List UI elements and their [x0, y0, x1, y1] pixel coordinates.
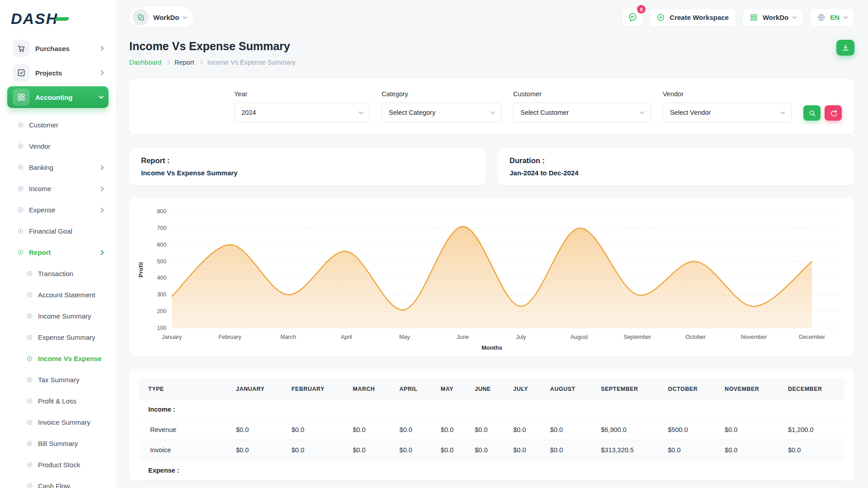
- customer-select[interactable]: Select Customer: [513, 103, 651, 122]
- sidebar-item-label: Tax Summary: [38, 376, 80, 384]
- sidebar-item-report[interactable]: Report: [7, 242, 108, 263]
- chevron-down-icon: [491, 109, 495, 114]
- svg-text:Profit: Profit: [137, 262, 144, 277]
- sidebar-item-income-summary[interactable]: Income Summary: [7, 305, 108, 327]
- year-select[interactable]: 2024: [234, 103, 370, 122]
- sidebar-item-cash-flow[interactable]: Cash Flow: [7, 475, 108, 488]
- column-header-july: JULY: [507, 379, 544, 399]
- sidebar-item-expense[interactable]: Expense: [7, 199, 108, 221]
- language-label: EN: [830, 14, 840, 21]
- cell-value: $0.0: [346, 420, 393, 440]
- section-label: Expense :: [139, 460, 844, 481]
- language-selector[interactable]: EN: [810, 8, 854, 27]
- sidebar-item-profit-loss[interactable]: Profit & Loss: [7, 390, 108, 412]
- chevron-right-icon: [99, 165, 104, 170]
- breadcrumb-item-income-vs-expense-summary: Income Vs Expense Summary: [207, 59, 295, 66]
- bullet-icon: [18, 229, 23, 234]
- sidebar-item-bill-summary[interactable]: Bill Summary: [7, 433, 108, 454]
- sidebar-nav: PurchasesProjectsAccountingCustomerVendo…: [7, 38, 108, 488]
- user-workspace-menu[interactable]: WorkDo: [742, 8, 803, 27]
- cell-value: $0.0: [230, 440, 285, 460]
- svg-text:May: May: [399, 334, 410, 340]
- brand-logo[interactable]: DASH: [7, 8, 108, 38]
- sidebar-item-purchases[interactable]: Purchases: [7, 38, 108, 59]
- sidebar-item-account-statement[interactable]: Account Statement: [7, 284, 108, 305]
- sidebar-item-expense-summary[interactable]: Expense Summary: [7, 327, 108, 348]
- chevron-down-icon: [183, 14, 188, 19]
- sidebar-item-income[interactable]: Income: [7, 178, 108, 199]
- sidebar-item-tax-summary[interactable]: Tax Summary: [7, 369, 108, 390]
- vendor-select[interactable]: Select Vendor: [663, 103, 792, 122]
- workspace-selector[interactable]: WorkDo: [129, 6, 194, 28]
- filter-card: Year 2024 Category Select Category Custo…: [129, 79, 854, 134]
- cell-value: $0.0: [230, 420, 285, 440]
- section-label: Income :: [139, 399, 844, 420]
- column-header-august: AUGUST: [544, 379, 594, 399]
- sidebar-item-accounting[interactable]: Accounting: [7, 86, 108, 108]
- brand-logo-slash-icon: [54, 17, 70, 21]
- messages-button[interactable]: 0: [622, 8, 643, 27]
- sidebar-item-label: Vendor: [29, 142, 51, 150]
- bullet-icon: [27, 271, 32, 276]
- chevron-down-icon: [99, 94, 104, 99]
- svg-text:700: 700: [157, 225, 166, 231]
- table-section-row: Expense :: [139, 460, 844, 481]
- svg-text:500: 500: [157, 258, 166, 265]
- sidebar-item-income-vs-expense[interactable]: Income Vs Expense: [7, 348, 108, 369]
- bullet-icon: [27, 399, 32, 404]
- sidebar-item-vendor[interactable]: Vendor: [7, 136, 108, 157]
- chevron-down-icon: [781, 109, 785, 114]
- sidebar-item-label: Banking: [29, 164, 53, 171]
- sidebar-item-label: Expense: [29, 206, 55, 214]
- vendor-label: Vendor: [663, 90, 792, 98]
- chevron-right-icon: [99, 250, 104, 255]
- sidebar-item-product-stock[interactable]: Product Stock: [7, 454, 108, 475]
- cell-value: $0.0: [434, 420, 468, 440]
- sidebar-item-label: Bill Summary: [38, 440, 78, 447]
- column-header-november: NOVEMBER: [718, 379, 782, 399]
- search-button[interactable]: [803, 105, 821, 121]
- column-header-december: DECEMBER: [782, 379, 844, 399]
- breadcrumb-item-dashboard[interactable]: Dashboard: [129, 59, 161, 66]
- breadcrumb-item-report[interactable]: Report: [175, 59, 194, 66]
- sidebar-item-customer[interactable]: Customer: [7, 114, 108, 136]
- svg-text:February: February: [219, 334, 242, 340]
- table-row: Revenue$0.0$0.0$0.0$0.0$0.0$0.0$0.0$0.0$…: [139, 420, 844, 440]
- sidebar-item-financial-goal[interactable]: Financial Goal: [7, 221, 108, 242]
- income-vs-expense-chart: 100200300400500600700800JanuaryFebruaryM…: [136, 204, 848, 355]
- vendor-select-value: Select Vendor: [670, 109, 711, 116]
- sidebar-item-banking[interactable]: Banking: [7, 157, 108, 178]
- topbar-actions: 0 Create Workspace WorkDo EN: [622, 8, 854, 27]
- bullet-icon: [18, 207, 23, 212]
- check-square-icon: [13, 64, 30, 81]
- svg-text:200: 200: [157, 308, 166, 314]
- create-workspace-button[interactable]: Create Workspace: [649, 8, 736, 27]
- svg-text:November: November: [741, 334, 767, 340]
- cell-value: $313,320.5: [594, 440, 661, 460]
- table-row: Invoice$0.0$0.0$0.0$0.0$0.0$0.0$0.0$0.0$…: [139, 440, 844, 460]
- sidebar-item-label: Financial Goal: [29, 227, 72, 235]
- table-section-row: Income :: [139, 399, 844, 420]
- sidebar-item-label: Purchases: [35, 45, 94, 52]
- svg-text:December: December: [799, 334, 825, 340]
- sidebar-item-projects[interactable]: Projects: [7, 62, 108, 84]
- reset-button[interactable]: [825, 105, 842, 121]
- sidebar-item-transaction[interactable]: Transaction: [7, 263, 108, 284]
- svg-text:August: August: [571, 334, 588, 340]
- bullet-icon: [27, 377, 32, 382]
- sidebar-item-label: Customer: [29, 121, 58, 129]
- chevron-right-icon: [99, 186, 104, 191]
- filter-actions: [803, 105, 842, 122]
- cell-value: $0.0: [718, 440, 782, 460]
- column-header-january: JANUARY: [230, 379, 285, 399]
- category-select[interactable]: Select Category: [382, 103, 501, 122]
- svg-text:January: January: [162, 334, 182, 340]
- bullet-icon: [27, 314, 32, 319]
- duration-label: Duration :: [509, 156, 843, 165]
- sidebar-item-invoice-summary[interactable]: Invoice Summary: [7, 412, 108, 433]
- column-header-september: SEPTEMBER: [594, 379, 661, 399]
- brand-logo-text: DASH: [11, 10, 58, 28]
- chevron-right-icon: [99, 207, 104, 212]
- download-button[interactable]: [836, 40, 854, 56]
- cell-value: $0.0: [285, 440, 347, 460]
